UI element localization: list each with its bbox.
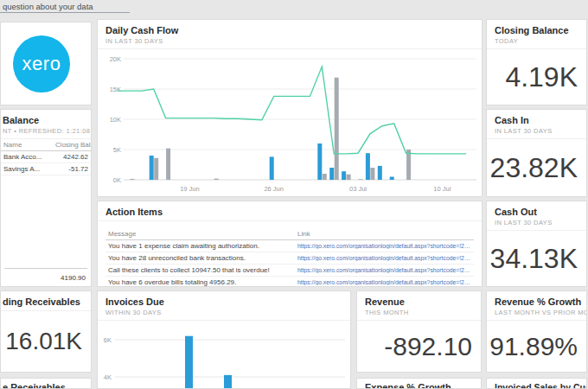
revenue-title: Revenue	[365, 297, 473, 307]
invoices-due-bar[interactable]	[224, 375, 232, 388]
cash-in-subtitle: IN LAST 30 DAYS	[495, 127, 578, 135]
closing-balance-value: 4.19K	[487, 49, 586, 105]
receivables-title: ding Receivables	[3, 297, 83, 307]
cash-out-header: Cash Out IN LAST 30 DAYS	[487, 201, 586, 231]
closing-balance-subtitle: TODAY	[495, 37, 578, 45]
action-message-cell: You have 6 overdue bills totaling 4956.2…	[105, 277, 295, 288]
action-items-row: You have 1 expense claim awaiting author…	[105, 240, 474, 252]
action-items-title: Action Items	[105, 207, 474, 217]
closing-balance-line[interactable]	[118, 67, 466, 154]
cash-in-bar[interactable]	[317, 143, 322, 180]
action-items-row: Call these clients to collect 10947.50 t…	[105, 265, 474, 277]
balance-cell-closing: 4242.62	[53, 151, 91, 163]
svg-text:20K: 20K	[110, 55, 121, 63]
dashboard: question about your data xero Balance NT…	[0, 0, 588, 389]
invoiced-sales-header: Invoiced Sales by Customer	[487, 379, 586, 389]
cash-in-title: Cash In	[495, 115, 578, 125]
cash-out-bar[interactable]	[166, 149, 170, 180]
svg-text:03 Jul: 03 Jul	[349, 185, 367, 193]
cash-in-bar[interactable]	[378, 166, 382, 180]
revenue-growth-tile[interactable]: Revenue % Growth LAST MONTH VS PRIOR MON…	[486, 290, 587, 373]
svg-text:5K: 5K	[113, 146, 121, 154]
action-link-cell: https://go.xero.com/organisationlogin/de…	[295, 277, 474, 288]
daily-cash-flow-subtitle: IN LAST 30 DAYS	[105, 37, 474, 45]
overdue-receivables-header: e Receivables	[1, 379, 91, 389]
balance-table: Name Closing Balance Bank Acco...4242.62…	[1, 139, 91, 175]
balance-total-divider	[4, 268, 87, 269]
action-link-cell: https://go.xero.com/organisationlogin/de…	[295, 252, 474, 265]
expense-growth-title: Expense % Growth	[365, 382, 473, 389]
balance-subtitle: NT • REFRESHED: 1:21:08 AM	[3, 127, 83, 135]
invoiced-sales-title: Invoiced Sales by Customer	[495, 382, 578, 389]
action-link[interactable]: https://go.xero.com/organisationlogin/de…	[297, 243, 471, 249]
revenue-growth-title: Revenue % Growth	[495, 297, 578, 307]
cash-out-subtitle: IN LAST 30 DAYS	[495, 219, 578, 226]
revenue-growth-value: 91.89%	[487, 321, 586, 372]
cash-out-bar[interactable]	[359, 179, 363, 180]
balance-cell-closing: -51.72	[53, 163, 91, 175]
action-link[interactable]: https://go.xero.com/organisationlogin/de…	[297, 267, 471, 273]
action-message-cell: You have 1 expense claim awaiting author…	[105, 240, 295, 252]
receivables-value: 16.01K	[1, 311, 91, 372]
closing-balance-title: Closing Balance	[495, 25, 578, 35]
balance-table-row: Bank Acco...4242.62	[1, 151, 91, 163]
overdue-receivables-tile[interactable]: e Receivables	[0, 378, 92, 389]
cash-out-tile[interactable]: Cash Out IN LAST 30 DAYS 34.13K	[486, 201, 587, 287]
qa-ask-bar[interactable]: question about your data	[0, 0, 588, 14]
cash-out-bar[interactable]	[406, 150, 411, 180]
balance-col-closing: Closing Balance	[53, 139, 91, 151]
action-link-cell: https://go.xero.com/organisationlogin/de…	[295, 265, 474, 277]
cash-out-bar[interactable]	[370, 168, 374, 180]
receivables-header: ding Receivables	[1, 291, 91, 311]
cash-in-bar[interactable]	[329, 168, 334, 180]
action-message-cell: You have 28 unreconciled bank transactio…	[105, 252, 295, 265]
revenue-growth-subtitle: LAST MONTH VS PRIOR MONTH	[495, 309, 578, 316]
balance-cell-name: Savings A...	[1, 163, 53, 175]
cash-in-bar[interactable]	[270, 156, 274, 180]
cash-out-bar[interactable]	[154, 158, 158, 180]
expense-growth-tile[interactable]: Expense % Growth	[356, 378, 482, 389]
balance-tile[interactable]: Balance NT • REFRESHED: 1:21:08 AM Name …	[0, 109, 92, 287]
qa-underline	[0, 12, 130, 13]
action-items-row: You have 28 unreconciled bank transactio…	[105, 252, 474, 265]
cash-in-bar[interactable]	[150, 156, 154, 180]
action-items-table: Message Link You have 1 expense claim aw…	[105, 228, 474, 287]
cash-out-bar[interactable]	[130, 179, 134, 180]
xero-logo-text: xero	[22, 53, 61, 75]
outstanding-receivables-tile[interactable]: ding Receivables 16.01K	[0, 290, 92, 373]
invoices-due-bar[interactable]	[185, 336, 193, 388]
cash-out-bar[interactable]	[214, 179, 219, 180]
balance-header: Balance NT • REFRESHED: 1:21:08 AM	[1, 110, 91, 139]
action-items-header-row: Message Link	[105, 228, 474, 240]
invoices-due-header: Invoices Due WITHIN 30 DAYS	[98, 291, 350, 321]
cash-out-bar[interactable]	[323, 174, 327, 180]
action-link[interactable]: https://go.xero.com/organisationlogin/de…	[297, 255, 471, 261]
cash-in-tile[interactable]: Cash In IN LAST 30 DAYS 23.82K	[486, 109, 587, 197]
cash-in-bar[interactable]	[342, 171, 346, 180]
xero-logo-tile[interactable]: xero	[0, 22, 92, 105]
balance-col-name: Name	[1, 139, 53, 151]
balance-total: 4190.90	[61, 274, 86, 282]
cash-in-bar[interactable]	[366, 153, 370, 180]
action-items-header: Action Items	[98, 201, 482, 221]
svg-text:0K: 0K	[113, 176, 121, 184]
invoiced-sales-tile[interactable]: Invoiced Sales by Customer	[486, 378, 587, 389]
cash-out-bar[interactable]	[347, 175, 351, 180]
svg-text:10 Jul: 10 Jul	[433, 185, 451, 193]
invoices-due-tile[interactable]: Invoices Due WITHIN 30 DAYS 6K4K	[97, 290, 351, 389]
revenue-growth-header: Revenue % Growth LAST MONTH VS PRIOR MON…	[487, 291, 586, 321]
svg-text:4K: 4K	[104, 373, 112, 381]
cash-in-value: 23.82K	[487, 139, 586, 196]
cash-out-bar[interactable]	[335, 78, 339, 180]
daily-cash-flow-tile[interactable]: Daily Cash Flow IN LAST 30 DAYS 0K5K10K1…	[97, 19, 483, 197]
svg-text:15K: 15K	[110, 86, 121, 93]
revenue-tile[interactable]: Revenue THIS MONTH -892.10	[356, 290, 482, 373]
action-items-tile[interactable]: Action Items Message Link You have 1 exp…	[97, 201, 483, 287]
qa-ask-text[interactable]: question about your data	[3, 2, 93, 11]
expense-growth-header: Expense % Growth	[357, 379, 481, 389]
balance-title: Balance	[3, 115, 83, 125]
svg-text:10K: 10K	[110, 116, 121, 124]
closing-balance-tile[interactable]: Closing Balance TODAY 4.19K	[486, 19, 587, 105]
cash-in-bar[interactable]	[390, 177, 394, 181]
action-link[interactable]: https://go.xero.com/organisationlogin/de…	[297, 279, 471, 285]
